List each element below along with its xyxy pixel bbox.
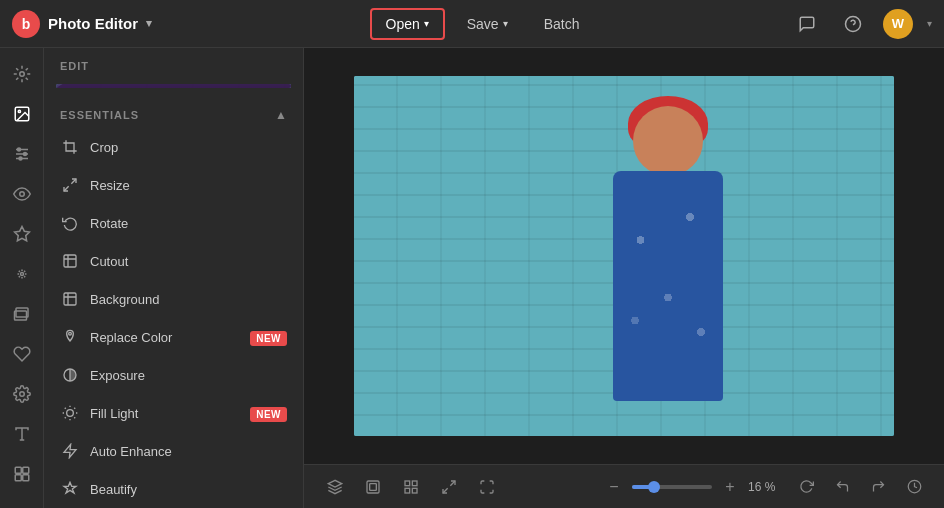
background-icon	[60, 289, 80, 309]
tool-item-resize[interactable]: Resize	[44, 166, 303, 204]
essentials-section-header: ESSENTIALS ▲	[44, 100, 303, 128]
replace-color-label: Replace Color	[90, 330, 240, 345]
fill-light-label: Fill Light	[90, 406, 240, 421]
tool-item-background[interactable]: Background	[44, 280, 303, 318]
canvas-content	[304, 48, 944, 464]
svg-point-9	[23, 153, 26, 156]
header: b Photo Editor ▾ Open ▾ Save ▾ Batch	[0, 0, 944, 48]
exposure-icon	[60, 365, 80, 385]
layers-icon-btn[interactable]	[320, 472, 350, 502]
tool-item-beautify[interactable]: Beautify	[44, 470, 303, 508]
svg-rect-42	[370, 483, 377, 490]
app-title: Photo Editor	[48, 15, 138, 32]
cutout-icon	[60, 251, 80, 271]
sidebar-star-btn[interactable]	[4, 216, 40, 252]
history-btn[interactable]	[900, 473, 928, 501]
fullscreen-icon-btn[interactable]	[472, 472, 502, 502]
bottom-toolbar: − + 16 %	[304, 464, 944, 508]
sidebar-settings-btn[interactable]	[4, 376, 40, 412]
svg-point-11	[19, 192, 24, 197]
zoom-slider[interactable]	[632, 485, 712, 489]
svg-line-24	[71, 179, 76, 184]
chat-icon-button[interactable]	[791, 8, 823, 40]
undo-btn[interactable]	[828, 473, 856, 501]
sidebar-effects-btn[interactable]	[4, 256, 40, 292]
essentials-chevron[interactable]: ▲	[275, 108, 287, 122]
sidebar-home-btn[interactable]	[4, 56, 40, 92]
svg-line-38	[74, 408, 75, 409]
sidebar-text-btn[interactable]	[4, 416, 40, 452]
batch-button[interactable]: Batch	[530, 10, 594, 38]
tool-item-exposure[interactable]: Exposure	[44, 356, 303, 394]
sidebar-eye-btn[interactable]	[4, 176, 40, 212]
frame-icon-btn[interactable]	[358, 472, 388, 502]
panel-sidebar: EDIT Enhance DLX NEW ESSENTIALS ▲ Crop	[44, 48, 304, 508]
save-button[interactable]: Save ▾	[453, 10, 522, 38]
svg-rect-43	[405, 481, 410, 486]
svg-point-13	[20, 273, 23, 276]
replace-color-badge: NEW	[250, 328, 287, 346]
canvas-area: − + 16 %	[304, 48, 944, 508]
fill-light-icon	[60, 403, 80, 423]
header-right: W ▾	[791, 8, 932, 40]
auto-enhance-label: Auto Enhance	[90, 444, 287, 459]
app-chevron: ▾	[146, 17, 152, 30]
user-avatar[interactable]: W	[883, 9, 913, 39]
svg-rect-41	[367, 481, 379, 493]
sidebar-sliders-btn[interactable]	[4, 136, 40, 172]
sidebar-heart-btn[interactable]	[4, 336, 40, 372]
svg-marker-12	[14, 227, 29, 241]
help-icon-button[interactable]	[837, 8, 869, 40]
redo-btn[interactable]	[864, 473, 892, 501]
essentials-label: ESSENTIALS	[60, 109, 139, 121]
svg-marker-40	[328, 480, 341, 487]
zoom-value-label: 16 %	[748, 480, 784, 494]
open-button[interactable]: Open ▾	[370, 8, 445, 40]
cutout-label: Cutout	[90, 254, 287, 269]
icon-sidebar	[0, 48, 44, 508]
tool-item-rotate[interactable]: Rotate	[44, 204, 303, 242]
resize2-icon-btn[interactable]	[434, 472, 464, 502]
zoom-minus-btn[interactable]: −	[602, 475, 626, 499]
enhance-card[interactable]: Enhance DLX NEW	[56, 84, 291, 88]
rotate-icon	[60, 213, 80, 233]
beautify-label: Beautify	[90, 482, 287, 497]
resize-icon	[60, 175, 80, 195]
tool-item-auto-enhance[interactable]: Auto Enhance	[44, 432, 303, 470]
svg-rect-19	[15, 467, 21, 473]
svg-point-8	[17, 148, 20, 151]
svg-rect-26	[64, 293, 76, 305]
svg-line-48	[443, 488, 448, 493]
svg-marker-23	[56, 84, 291, 88]
svg-rect-20	[22, 467, 28, 473]
refresh-btn[interactable]	[792, 473, 820, 501]
zoom-controls: − + 16 %	[602, 475, 784, 499]
tool-item-fill-light[interactable]: Fill Light NEW	[44, 394, 303, 432]
background-label: Background	[90, 292, 287, 307]
svg-rect-46	[412, 488, 417, 493]
sidebar-image-btn[interactable]	[4, 96, 40, 132]
photo-display	[354, 76, 894, 436]
person-figure	[558, 96, 778, 436]
tool-item-cutout[interactable]: Cutout	[44, 242, 303, 280]
sidebar-layers-btn[interactable]	[4, 296, 40, 332]
crop-icon	[60, 137, 80, 157]
svg-line-47	[450, 481, 455, 486]
svg-point-2	[19, 72, 24, 77]
fill-light-badge: NEW	[250, 404, 287, 422]
rotate-label: Rotate	[90, 216, 287, 231]
grid-icon-btn[interactable]	[396, 472, 426, 502]
exposure-label: Exposure	[90, 368, 287, 383]
tool-item-replace-color[interactable]: Replace Color NEW	[44, 318, 303, 356]
tool-item-crop[interactable]: Crop	[44, 128, 303, 166]
auto-enhance-icon	[60, 441, 80, 461]
svg-line-37	[65, 417, 66, 418]
svg-line-34	[74, 417, 75, 418]
zoom-plus-btn[interactable]: +	[718, 475, 742, 499]
svg-rect-21	[15, 475, 21, 481]
svg-line-33	[65, 408, 66, 409]
svg-rect-44	[412, 481, 417, 486]
person-body	[613, 171, 723, 401]
svg-marker-39	[64, 444, 76, 457]
sidebar-shape-btn[interactable]	[4, 456, 40, 492]
